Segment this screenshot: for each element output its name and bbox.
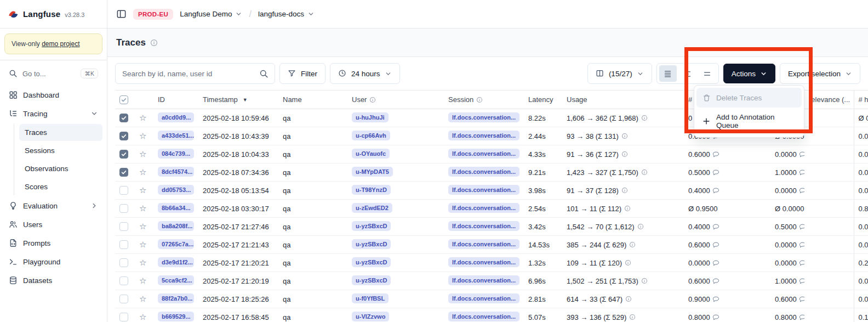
trace-id-badge[interactable]: a0cd0d9...: [158, 112, 194, 122]
comment-bubble-icon[interactable]: [799, 151, 804, 158]
info-icon[interactable]: [624, 205, 631, 212]
user-badge[interactable]: u-VIZzvwo: [352, 312, 389, 321]
sidebar-item-observations[interactable]: Observations: [19, 160, 102, 177]
row-height-small-button[interactable]: [659, 65, 677, 82]
row-checkbox[interactable]: [119, 168, 128, 177]
trace-id-badge[interactable]: 88f2a7b0...: [158, 293, 194, 303]
info-icon[interactable]: [621, 151, 628, 157]
sidebar-item-dashboard[interactable]: Dashboard: [4, 86, 102, 104]
trace-id-badge[interactable]: 8dcf4574...: [158, 167, 194, 177]
session-badge[interactable]: lf.docs.conversation...: [448, 112, 519, 122]
column-header-user[interactable]: User: [347, 91, 444, 109]
trace-row[interactable]: ☆ba8a208f...2025-02-17 21:27:46qau-yzSBx…: [115, 218, 868, 236]
row-height-medium-button[interactable]: [679, 65, 696, 82]
user-badge[interactable]: u-huJhuJi: [352, 112, 389, 122]
comment-bubble-icon[interactable]: [712, 259, 719, 267]
trace-row[interactable]: ☆d3e9d1f2...2025-02-17 21:20:21qau-yzSBx…: [115, 254, 868, 272]
column-header-last[interactable]: # h: [854, 91, 868, 109]
session-badge[interactable]: lf.docs.conversation...: [448, 293, 519, 303]
comment-bubble-icon[interactable]: [712, 314, 719, 321]
comment-bubble-icon[interactable]: [712, 151, 719, 158]
column-header-timestamp[interactable]: Timestamp▼: [198, 91, 278, 109]
bookmark-star-icon[interactable]: ☆: [139, 131, 146, 140]
comment-bubble-icon[interactable]: [799, 187, 804, 194]
session-badge[interactable]: lf.docs.conversation...: [448, 275, 519, 285]
info-icon[interactable]: [621, 187, 628, 194]
demo-project-link[interactable]: demo project: [42, 40, 79, 48]
sidebar-item-sessions[interactable]: Sessions: [19, 142, 102, 159]
trace-id-badge[interactable]: 084c739...: [158, 149, 194, 159]
comment-bubble-icon[interactable]: [799, 296, 804, 303]
user-badge[interactable]: u-yzSBxcD: [352, 221, 391, 231]
bookmark-star-icon[interactable]: ☆: [139, 149, 146, 159]
comment-bubble-icon[interactable]: [799, 278, 804, 285]
trace-row[interactable]: ☆084c739...2025-02-18 10:04:33qau-OYauof…: [115, 145, 868, 163]
row-checkbox[interactable]: [119, 132, 128, 140]
column-header-id[interactable]: ID: [153, 91, 198, 109]
user-badge[interactable]: u-T98YnzD: [352, 185, 391, 195]
column-header-usage[interactable]: Usage: [562, 91, 684, 109]
comment-bubble-icon[interactable]: [799, 314, 804, 321]
comment-bubble-icon[interactable]: [712, 296, 719, 303]
row-checkbox[interactable]: [119, 258, 128, 267]
session-badge[interactable]: lf.docs.conversation...: [448, 221, 519, 231]
trace-id-badge[interactable]: ba8a208f...: [158, 221, 194, 231]
trace-id-badge[interactable]: b669529...: [158, 312, 194, 321]
time-range-button[interactable]: 24 hours: [330, 63, 400, 84]
bookmark-star-icon[interactable]: ☆: [139, 240, 146, 249]
actions-button[interactable]: Actions: [723, 64, 775, 83]
row-checkbox[interactable]: [119, 313, 128, 321]
trace-id-badge[interactable]: 07265c7a...: [158, 239, 194, 249]
comment-bubble-icon[interactable]: [712, 278, 719, 285]
column-header-latency[interactable]: Latency: [524, 91, 562, 109]
user-badge[interactable]: u-yzSBxcD: [352, 257, 391, 267]
session-badge[interactable]: lf.docs.conversation...: [448, 131, 519, 140]
session-badge[interactable]: lf.docs.conversation...: [448, 312, 519, 321]
bookmark-star-icon[interactable]: ☆: [139, 258, 146, 267]
trace-id-badge[interactable]: a433de51...: [158, 131, 194, 140]
org-selector[interactable]: Langfuse Demo: [180, 10, 242, 18]
trace-row[interactable]: ☆b669529...2025-02-17 16:58:45qau-VIZzvw…: [115, 308, 868, 322]
row-checkbox[interactable]: [119, 222, 128, 231]
user-badge[interactable]: u-zEwdED2: [352, 203, 392, 213]
sidebar-item-evaluation[interactable]: Evaluation: [4, 196, 102, 215]
export-selection-button[interactable]: Export selection: [780, 63, 860, 84]
session-badge[interactable]: lf.docs.conversation...: [448, 203, 519, 213]
comment-bubble-icon[interactable]: [799, 259, 804, 267]
info-icon[interactable]: [625, 259, 631, 266]
user-badge[interactable]: u-yzSBxcD: [352, 275, 391, 285]
info-icon[interactable]: [641, 115, 648, 121]
comment-bubble-icon[interactable]: [712, 241, 719, 248]
bookmark-star-icon[interactable]: ☆: [139, 167, 146, 177]
comment-bubble-icon[interactable]: [712, 169, 719, 176]
sidebar-item-playground[interactable]: Playground: [4, 252, 102, 271]
goto-search[interactable]: Go to... ⌘K: [4, 65, 102, 82]
info-icon[interactable]: [637, 223, 644, 230]
comment-bubble-icon[interactable]: [799, 241, 804, 248]
comment-bubble-icon[interactable]: [712, 187, 719, 194]
filter-button[interactable]: Filter: [279, 63, 326, 84]
bookmark-star-icon[interactable]: ☆: [139, 294, 146, 303]
search-submit-icon[interactable]: [253, 64, 275, 83]
info-icon[interactable]: [641, 278, 648, 284]
info-icon[interactable]: [621, 133, 628, 139]
session-badge[interactable]: lf.docs.conversation...: [448, 239, 519, 249]
trace-id-badge[interactable]: 8b66a34...: [158, 203, 194, 213]
menu-item-delete-traces[interactable]: Delete Traces: [696, 88, 802, 108]
info-icon[interactable]: [629, 241, 636, 248]
row-checkbox[interactable]: [119, 295, 128, 303]
info-icon[interactable]: [150, 39, 158, 47]
search-input[interactable]: [116, 70, 253, 78]
sidebar-item-users[interactable]: Users: [4, 215, 102, 234]
session-badge[interactable]: lf.docs.conversation...: [448, 167, 519, 177]
trace-id-badge[interactable]: dd05753...: [158, 185, 194, 195]
column-header-session[interactable]: Session: [444, 91, 524, 109]
user-badge[interactable]: u-cp66Avh: [352, 131, 390, 140]
session-badge[interactable]: lf.docs.conversation...: [448, 149, 519, 159]
row-checkbox[interactable]: [119, 204, 128, 213]
sidebar-toggle-icon[interactable]: [116, 9, 127, 19]
trace-id-badge[interactable]: 5cca9cf2...: [158, 275, 194, 285]
column-header-name[interactable]: Name: [278, 91, 347, 109]
row-checkbox[interactable]: [119, 114, 128, 122]
row-height-large-button[interactable]: [699, 65, 716, 82]
